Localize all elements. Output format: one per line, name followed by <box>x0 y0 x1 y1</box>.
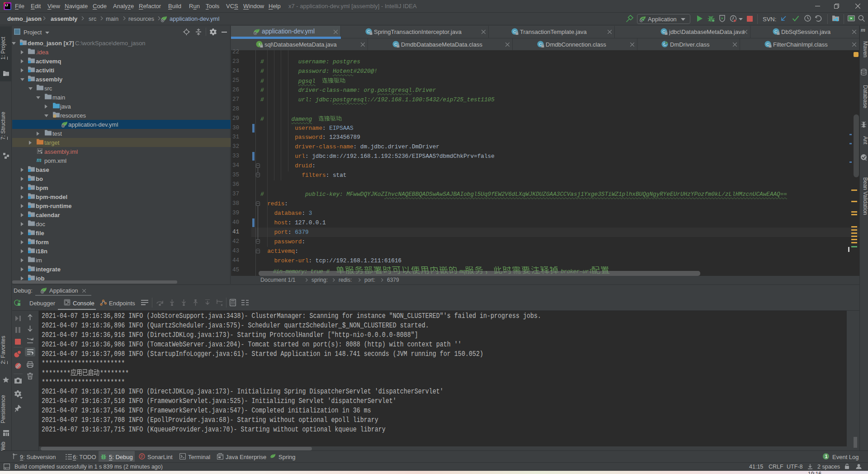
svg-text:I: I <box>259 42 260 47</box>
